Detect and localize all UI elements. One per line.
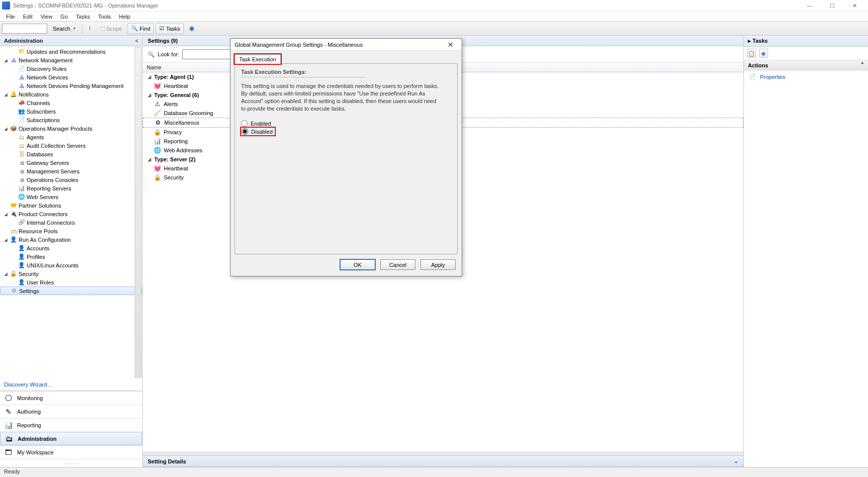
radio-enabled-input[interactable] [241, 120, 248, 127]
toolbar-search-input[interactable] [2, 24, 47, 34]
status-text: Ready [4, 468, 20, 474]
tree-twisty[interactable]: ◢ [3, 58, 9, 63]
group-twisty[interactable]: ◢ [147, 74, 152, 79]
tree-item[interactable]: ◢📦Operations Manager Products [0, 124, 142, 133]
tree-twisty[interactable]: ◢ [3, 271, 9, 276]
tree-label: Discovery Rules [27, 66, 66, 72]
list-item-label: Heartbeat [164, 165, 188, 171]
wunderbar-item[interactable]: 🖵Monitoring [0, 391, 142, 405]
nav-header[interactable]: Administration < [0, 36, 142, 46]
menu-edit[interactable]: Edit [19, 13, 37, 21]
tree-twisty[interactable]: ◢ [3, 92, 9, 97]
wunderbar-item[interactable]: ✎Authoring [0, 405, 142, 418]
group-twisty[interactable]: ◢ [147, 157, 152, 162]
tree-item[interactable]: ⚙Settings [0, 287, 142, 295]
tree-label: Resource Pools [19, 228, 58, 234]
tree-item[interactable]: 🖥Operations Consoles [0, 175, 142, 184]
details-header[interactable]: Setting Details ⌄ [143, 456, 743, 467]
tree-item[interactable]: ◢🔌Product Connectors [0, 210, 142, 218]
wunderbar-label: Administration [18, 436, 57, 442]
tree-item[interactable]: 👤UNIX/Linux Accounts [0, 261, 142, 269]
radio-disabled[interactable]: Disabled [241, 128, 275, 135]
wunderbar-item[interactable]: 🗂Administration [0, 432, 142, 445]
toolbar-tasks-button[interactable]: ☑ Tasks [156, 23, 183, 34]
tasks-icon-1[interactable]: 📋 [747, 49, 756, 58]
wunderbar-item[interactable]: 📊Reporting [0, 418, 142, 432]
list-item-icon: 🧹 [154, 110, 161, 117]
tree-item[interactable]: 👤User Roles [0, 278, 142, 287]
tree-twisty[interactable]: ◢ [3, 126, 9, 131]
tree-item[interactable]: 🗃Resource Pools [0, 227, 142, 235]
tree-label: Reporting Servers [27, 185, 71, 192]
chevron-down-icon[interactable]: ⌄ [734, 458, 738, 464]
tree-item[interactable]: ◢🔔Notifications [0, 90, 142, 99]
radio-enabled[interactable]: Enabled [241, 119, 451, 128]
wunderbar-overflow[interactable]: · · · · · [0, 459, 142, 467]
tree-item[interactable]: 🖥Gateway Servers [0, 158, 142, 167]
menu-tools[interactable]: Tools [94, 13, 115, 21]
menu-help[interactable]: Help [115, 13, 135, 21]
tasks-help-icon[interactable]: ◉ [759, 49, 768, 58]
toolbar-search-button[interactable]: Search [49, 23, 79, 34]
tree-item[interactable]: 👥Subscribers [0, 107, 142, 116]
tree-label: Operations Consoles [27, 177, 78, 183]
tree-label: User Roles [27, 279, 54, 285]
tree-item[interactable]: 👤Accounts [0, 244, 142, 252]
tree-item[interactable]: ◢🖧Network Management [0, 56, 142, 64]
dialog-titlebar[interactable]: Global Management Group Settings - Misce… [231, 39, 462, 51]
tree-item[interactable]: ◢👤Run As Configuration [0, 235, 142, 244]
tree-item[interactable]: 🗂Audit Collection Servers [0, 141, 142, 150]
tree-item[interactable]: 📊Reporting Servers [0, 184, 142, 193]
radio-disabled-input[interactable] [242, 128, 248, 135]
tree-item[interactable]: 📣Channels [0, 99, 142, 107]
actions-header[interactable]: Actions ˄ [744, 60, 868, 70]
tree-item[interactable]: 🌐Web Servers [0, 193, 142, 201]
toolbar-overflow[interactable]: ⁝ [85, 23, 94, 34]
discovery-wizard-link[interactable]: Discovery Wizard... [0, 378, 142, 391]
menu-go[interactable]: Go [56, 13, 72, 21]
actions-header-label: Actions [748, 62, 768, 68]
toolbar-scope-button[interactable]: ⬚ Scope [96, 23, 126, 34]
group-twisty[interactable]: ◢ [147, 92, 152, 98]
wunderbar-item[interactable]: 🗔My Workspace [0, 445, 142, 459]
tree-icon: 📄 [18, 65, 25, 72]
toolbar-help-button[interactable]: ◉ [186, 23, 198, 34]
tree-item[interactable]: 🖧Network Devices [0, 73, 142, 81]
tree-item[interactable]: 🖥Management Servers [0, 167, 142, 175]
tree-item[interactable]: 📄Subscriptions [0, 116, 142, 124]
tree-item[interactable]: ◢🔒Security [0, 269, 142, 278]
tree-item[interactable]: 🔗Internal Connectors [0, 218, 142, 227]
tree-item[interactable]: 📁Updates and Recommendations [0, 47, 142, 56]
menu-tasks[interactable]: Tasks [72, 13, 94, 21]
tab-task-execution[interactable]: Task Execution [235, 54, 281, 64]
lookfor-input[interactable] [182, 49, 238, 59]
tree-item[interactable]: 🗂Agents [0, 133, 142, 141]
close-button[interactable]: ✕ [843, 0, 866, 11]
tree-item[interactable]: 📄Discovery Rules [0, 64, 142, 73]
menu-file[interactable]: File [2, 13, 19, 21]
nav-tree[interactable]: 📁Updates and Recommendations◢🖧Network Ma… [0, 46, 142, 378]
apply-button[interactable]: Apply [420, 259, 456, 270]
collapse-icon[interactable]: < [135, 38, 138, 44]
tree-twisty[interactable]: ◢ [3, 212, 9, 217]
dialog-close-button[interactable]: ✕ [444, 41, 458, 49]
tree-item[interactable]: 🤝Partner Solutions [0, 201, 142, 210]
maximize-button[interactable]: ☐ [821, 0, 843, 11]
tree-item[interactable]: 👤Profiles [0, 252, 142, 261]
action-properties[interactable]: 📄 Properties [744, 70, 868, 83]
tree-item[interactable]: 🗄Databases [0, 150, 142, 158]
menu-view[interactable]: View [37, 13, 57, 21]
tree-item[interactable]: 🖧Network Devices Pending Management [0, 81, 142, 90]
tree-twisty[interactable]: ◢ [3, 237, 9, 242]
section-title: Task Execution Settings: [241, 69, 451, 75]
ok-button[interactable]: OK [340, 259, 375, 270]
cancel-button[interactable]: Cancel [380, 259, 415, 270]
tree-label: Partner Solutions [19, 203, 61, 209]
statusbar: Ready [0, 467, 868, 477]
tree-label: Gateway Servers [27, 160, 69, 166]
tree-icon: 🌐 [18, 194, 25, 201]
splitter[interactable] [143, 452, 743, 456]
toolbar-find-button[interactable]: 🔍 Find [128, 23, 154, 34]
tree-label: Databases [27, 151, 53, 157]
minimize-button[interactable]: — [798, 0, 821, 11]
